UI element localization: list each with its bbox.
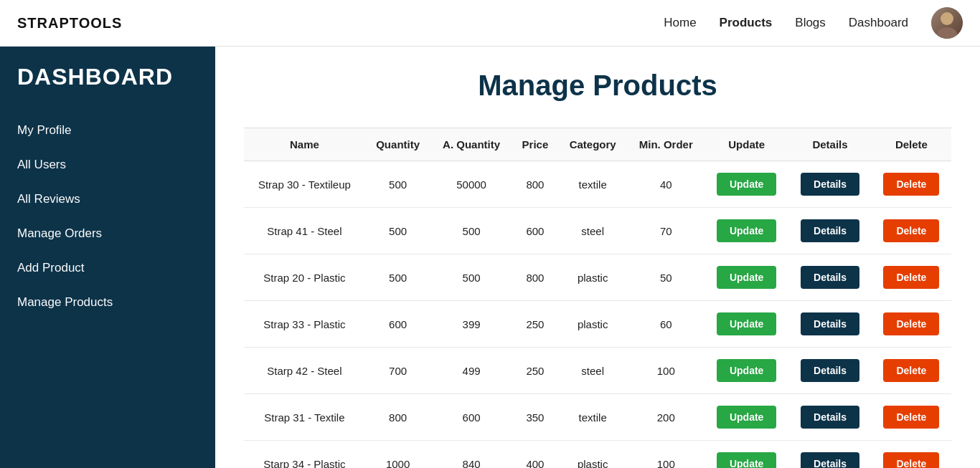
details-button-6[interactable]: Details — [801, 452, 859, 468]
cell-category-6: plastic — [558, 441, 627, 469]
col-available-quantity: A. Quantity — [430, 128, 512, 161]
cell-quantity-5: 800 — [365, 394, 431, 441]
nav-home[interactable]: Home — [664, 16, 696, 30]
table-row: Strap 30 - Textileup 500 50000 800 texti… — [244, 161, 951, 208]
cell-delete-2[interactable]: Delete — [872, 254, 951, 301]
col-min-order: Min. Order — [627, 128, 705, 161]
col-category: Category — [558, 128, 627, 161]
cell-delete-0[interactable]: Delete — [872, 161, 951, 208]
cell-category-3: plastic — [558, 301, 627, 348]
cell-delete-6[interactable]: Delete — [872, 441, 951, 469]
details-button-5[interactable]: Details — [801, 406, 859, 429]
cell-update-2[interactable]: Update — [705, 254, 788, 301]
cell-update-4[interactable]: Update — [705, 348, 788, 394]
cell-price-2: 800 — [512, 254, 558, 301]
cell-name-3: Strap 33 - Plastic — [244, 301, 365, 348]
cell-update-0[interactable]: Update — [705, 161, 788, 208]
cell-name-1: Strap 41 - Steel — [244, 208, 365, 254]
delete-button-2[interactable]: Delete — [883, 266, 939, 289]
col-details: Details — [788, 128, 872, 161]
details-button-1[interactable]: Details — [801, 219, 859, 242]
cell-delete-1[interactable]: Delete — [872, 208, 951, 254]
cell-details-4[interactable]: Details — [788, 348, 872, 394]
cell-available-quantity-5: 600 — [430, 394, 512, 441]
avatar-svg — [931, 7, 963, 39]
col-price: Price — [512, 128, 558, 161]
cell-quantity-4: 700 — [365, 348, 431, 394]
cell-category-2: plastic — [558, 254, 627, 301]
cell-delete-4[interactable]: Delete — [872, 348, 951, 394]
table-row: Starp 42 - Steel 700 499 250 steel 100 U… — [244, 348, 951, 394]
cell-available-quantity-1: 500 — [430, 208, 512, 254]
cell-delete-5[interactable]: Delete — [872, 394, 951, 441]
delete-button-3[interactable]: Delete — [883, 312, 939, 335]
cell-details-3[interactable]: Details — [788, 301, 872, 348]
update-button-0[interactable]: Update — [717, 173, 776, 196]
cell-update-1[interactable]: Update — [705, 208, 788, 254]
cell-details-5[interactable]: Details — [788, 394, 872, 441]
cell-category-1: steel — [558, 208, 627, 254]
cell-available-quantity-6: 840 — [430, 441, 512, 469]
delete-button-5[interactable]: Delete — [883, 406, 939, 429]
cell-min-order-1: 70 — [627, 208, 705, 254]
details-button-0[interactable]: Details — [801, 173, 859, 196]
cell-details-2[interactable]: Details — [788, 254, 872, 301]
sidebar-item-my-profile[interactable]: My Profile — [0, 113, 215, 148]
cell-min-order-6: 100 — [627, 441, 705, 469]
cell-details-0[interactable]: Details — [788, 161, 872, 208]
svg-point-1 — [937, 27, 957, 39]
sidebar-item-all-users[interactable]: All Users — [0, 148, 215, 182]
table-row: Strap 31 - Textile 800 600 350 textile 2… — [244, 394, 951, 441]
cell-quantity-0: 500 — [365, 161, 431, 208]
nav-products[interactable]: Products — [720, 16, 773, 30]
page-title: Manage Products — [244, 70, 951, 102]
sidebar-item-add-product[interactable]: Add Product — [0, 251, 215, 285]
details-button-2[interactable]: Details — [801, 266, 859, 289]
cell-name-6: Starp 34 - Plastic — [244, 441, 365, 469]
sidebar-item-all-reviews[interactable]: All Reviews — [0, 182, 215, 216]
cell-name-0: Strap 30 - Textileup — [244, 161, 365, 208]
cell-category-0: textile — [558, 161, 627, 208]
table-row: Strap 33 - Plastic 600 399 250 plastic 6… — [244, 301, 951, 348]
cell-update-6[interactable]: Update — [705, 441, 788, 469]
cell-name-4: Starp 42 - Steel — [244, 348, 365, 394]
sidebar-item-manage-products[interactable]: Manage Products — [0, 285, 215, 320]
main-content: Manage Products Name Quantity A. Quantit… — [215, 47, 980, 468]
cell-category-4: steel — [558, 348, 627, 394]
update-button-4[interactable]: Update — [717, 359, 776, 382]
table-header-row: Name Quantity A. Quantity Price Category… — [244, 128, 951, 161]
update-button-2[interactable]: Update — [717, 266, 776, 289]
delete-button-6[interactable]: Delete — [883, 452, 939, 468]
cell-delete-3[interactable]: Delete — [872, 301, 951, 348]
nav-dashboard[interactable]: Dashboard — [849, 16, 908, 30]
navbar-links: Home Products Blogs Dashboard — [664, 7, 963, 39]
update-button-5[interactable]: Update — [717, 406, 776, 429]
cell-update-3[interactable]: Update — [705, 301, 788, 348]
cell-details-6[interactable]: Details — [788, 441, 872, 469]
cell-quantity-3: 600 — [365, 301, 431, 348]
update-button-1[interactable]: Update — [717, 219, 776, 242]
details-button-3[interactable]: Details — [801, 312, 859, 335]
cell-details-1[interactable]: Details — [788, 208, 872, 254]
col-update: Update — [705, 128, 788, 161]
details-button-4[interactable]: Details — [801, 359, 859, 382]
col-quantity: Quantity — [365, 128, 431, 161]
avatar[interactable] — [931, 7, 963, 39]
cell-available-quantity-0: 50000 — [430, 161, 512, 208]
products-table: Name Quantity A. Quantity Price Category… — [244, 128, 951, 468]
delete-button-4[interactable]: Delete — [883, 359, 939, 382]
delete-button-0[interactable]: Delete — [883, 173, 939, 196]
cell-available-quantity-2: 500 — [430, 254, 512, 301]
cell-update-5[interactable]: Update — [705, 394, 788, 441]
update-button-3[interactable]: Update — [717, 312, 776, 335]
delete-button-1[interactable]: Delete — [883, 219, 939, 242]
cell-min-order-2: 50 — [627, 254, 705, 301]
avatar-image — [931, 7, 963, 39]
cell-price-5: 350 — [512, 394, 558, 441]
update-button-6[interactable]: Update — [717, 452, 776, 468]
cell-price-0: 800 — [512, 161, 558, 208]
cell-price-3: 250 — [512, 301, 558, 348]
sidebar-item-manage-orders[interactable]: Manage Orders — [0, 216, 215, 251]
cell-quantity-1: 500 — [365, 208, 431, 254]
nav-blogs[interactable]: Blogs — [795, 16, 826, 30]
